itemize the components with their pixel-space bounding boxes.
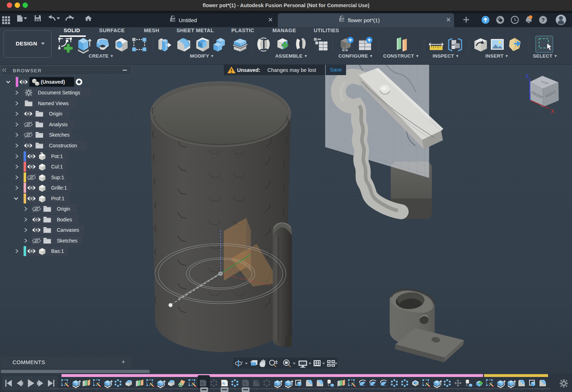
svg-text:Canvases: Canvases: [57, 227, 79, 233]
svg-text:Changes may be lost: Changes may be lost: [267, 67, 316, 73]
svg-text:Prof:1: Prof:1: [51, 196, 65, 201]
svg-text:Cul:1: Cul:1: [51, 164, 63, 170]
svg-text:flower pot*(1): flower pot*(1): [348, 17, 380, 23]
svg-text:X: X: [551, 108, 554, 114]
svg-text:Sketches: Sketches: [57, 238, 78, 244]
svg-text:Z: Z: [526, 73, 529, 79]
svg-text:Construction: Construction: [49, 143, 77, 148]
svg-text:Pot:1: Pot:1: [51, 153, 63, 159]
svg-text:Origin: Origin: [49, 111, 62, 117]
svg-text:Bodies: Bodies: [57, 217, 72, 222]
svg-text:Origin: Origin: [57, 206, 70, 212]
svg-text:Document Settings: Document Settings: [38, 90, 80, 95]
svg-text:Untitled: Untitled: [179, 17, 197, 23]
svg-text:Bas:1: Bas:1: [51, 248, 64, 254]
svg-text:Grille:1: Grille:1: [51, 185, 67, 191]
svg-text:Sup:1: Sup:1: [51, 175, 64, 180]
svg-text:?: ?: [541, 17, 544, 23]
svg-text:Named Views: Named Views: [38, 101, 69, 106]
svg-text:Unsaved:: Unsaved:: [237, 67, 260, 73]
svg-text:Sketches: Sketches: [49, 132, 70, 138]
svg-text:(Unsaved): (Unsaved): [41, 79, 65, 85]
svg-text:Analysis: Analysis: [49, 122, 68, 127]
